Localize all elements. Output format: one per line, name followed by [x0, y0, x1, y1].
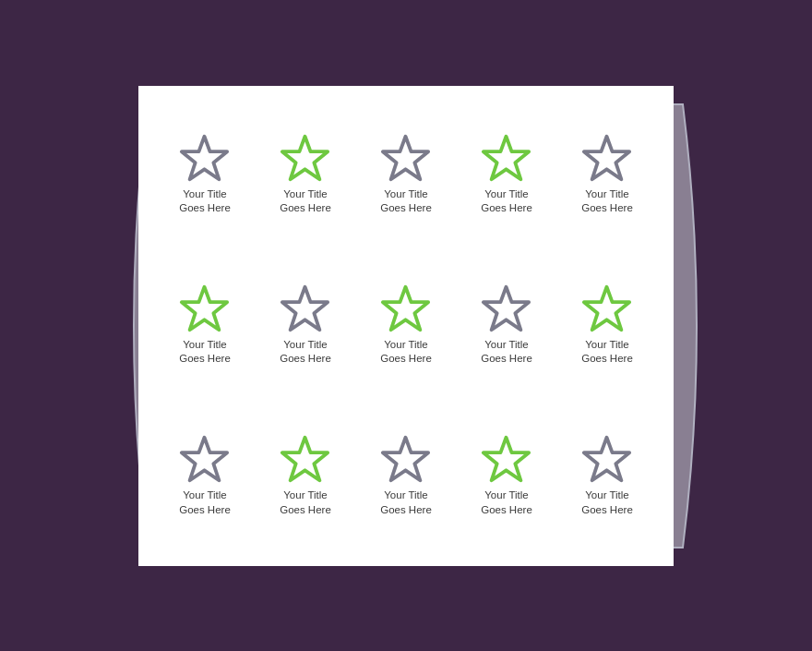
item-label: Your TitleGoes Here: [481, 338, 532, 367]
gray-star-icon: [481, 284, 531, 332]
banner-content: Your TitleGoes HereYour TitleGoes HereYo…: [138, 86, 674, 566]
list-item: Your TitleGoes Here: [578, 130, 637, 220]
item-label: Your TitleGoes Here: [481, 187, 532, 216]
item-label: Your TitleGoes Here: [280, 488, 331, 517]
list-item: Your TitleGoes Here: [376, 281, 436, 370]
list-item: Your TitleGoes Here: [578, 281, 637, 370]
item-label: Your TitleGoes Here: [581, 488, 633, 517]
green-star-icon: [380, 284, 431, 332]
gray-star-icon: [581, 435, 632, 483]
item-label: Your TitleGoes Here: [481, 488, 532, 517]
green-star-icon: [481, 134, 531, 182]
item-label: Your TitleGoes Here: [280, 187, 331, 216]
item-label: Your TitleGoes Here: [380, 488, 432, 517]
list-item: Your TitleGoes Here: [175, 431, 234, 521]
item-label: Your TitleGoes Here: [581, 338, 633, 367]
list-item: Your TitleGoes Here: [376, 431, 436, 521]
gray-star-icon: [179, 134, 230, 182]
item-label: Your TitleGoes Here: [380, 187, 432, 216]
list-item: Your TitleGoes Here: [175, 130, 234, 220]
list-item: Your TitleGoes Here: [175, 281, 234, 370]
green-star-icon: [280, 134, 330, 182]
gray-star-icon: [380, 435, 431, 483]
item-label: Your TitleGoes Here: [179, 338, 231, 367]
banner-wrapper: Your TitleGoes HereYour TitleGoes HereYo…: [92, 49, 720, 603]
gray-star-icon: [581, 134, 632, 182]
gray-star-icon: [280, 284, 330, 332]
list-item: Your TitleGoes Here: [276, 281, 335, 370]
list-item: Your TitleGoes Here: [578, 431, 637, 521]
item-label: Your TitleGoes Here: [179, 187, 231, 216]
gray-star-icon: [179, 435, 230, 483]
list-item: Your TitleGoes Here: [477, 431, 536, 521]
item-label: Your TitleGoes Here: [581, 187, 633, 216]
list-item: Your TitleGoes Here: [376, 130, 436, 220]
list-item: Your TitleGoes Here: [276, 431, 335, 521]
list-item: Your TitleGoes Here: [477, 281, 536, 370]
list-item: Your TitleGoes Here: [276, 130, 335, 220]
item-label: Your TitleGoes Here: [179, 488, 231, 517]
item-label: Your TitleGoes Here: [380, 338, 432, 367]
items-grid: Your TitleGoes HereYour TitleGoes HereYo…: [157, 104, 655, 548]
green-star-icon: [481, 435, 531, 483]
green-star-icon: [581, 284, 632, 332]
green-star-icon: [280, 435, 330, 483]
green-star-icon: [179, 284, 230, 332]
list-item: Your TitleGoes Here: [477, 130, 536, 220]
item-label: Your TitleGoes Here: [280, 338, 331, 367]
gray-star-icon: [380, 134, 431, 182]
